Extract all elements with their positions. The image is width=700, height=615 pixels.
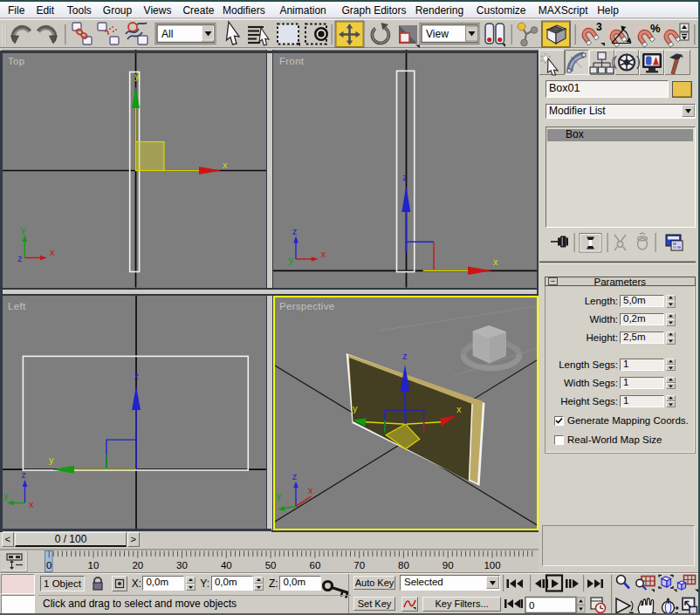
svg-text:y: y bbox=[3, 490, 9, 501]
svg-text:x: x bbox=[29, 499, 34, 509]
svg-text:x: x bbox=[321, 249, 326, 259]
svg-text:z: z bbox=[17, 253, 23, 263]
svg-text:80: 80 bbox=[398, 560, 409, 571]
svg-text:y: y bbox=[353, 402, 358, 413]
svg-text:70: 70 bbox=[353, 560, 365, 571]
svg-text:y: y bbox=[289, 255, 294, 265]
svg-text:y: y bbox=[49, 454, 54, 465]
svg-text:z: z bbox=[292, 226, 298, 236]
svg-text:10: 10 bbox=[88, 560, 100, 571]
svg-text:30: 30 bbox=[176, 560, 188, 571]
svg-text:60: 60 bbox=[310, 560, 321, 571]
svg-text:z: z bbox=[134, 371, 140, 381]
svg-text:0: 0 bbox=[46, 560, 51, 571]
svg-text:3: 3 bbox=[596, 21, 602, 33]
svg-text:%: % bbox=[650, 22, 661, 35]
svg-text:90: 90 bbox=[443, 560, 454, 571]
svg-text:20: 20 bbox=[132, 560, 143, 571]
svg-text:y: y bbox=[21, 224, 26, 235]
svg-text:x: x bbox=[493, 256, 498, 267]
svg-text:100: 100 bbox=[484, 560, 500, 571]
svg-text:z: z bbox=[402, 172, 408, 182]
svg-text:z: z bbox=[402, 351, 408, 361]
svg-text:All: All bbox=[161, 28, 173, 40]
svg-text:x: x bbox=[50, 247, 55, 257]
svg-text:z: z bbox=[292, 471, 298, 482]
svg-text:0: 0 bbox=[529, 600, 534, 611]
svg-text:x: x bbox=[223, 160, 228, 170]
svg-text:View: View bbox=[426, 28, 449, 40]
svg-text:z: z bbox=[21, 469, 26, 480]
svg-text:x: x bbox=[456, 403, 462, 413]
svg-text:40: 40 bbox=[221, 560, 232, 571]
svg-text:y: y bbox=[134, 71, 140, 81]
svg-text:x: x bbox=[308, 485, 313, 495]
svg-text:50: 50 bbox=[265, 560, 277, 571]
svg-text:y: y bbox=[277, 490, 282, 501]
